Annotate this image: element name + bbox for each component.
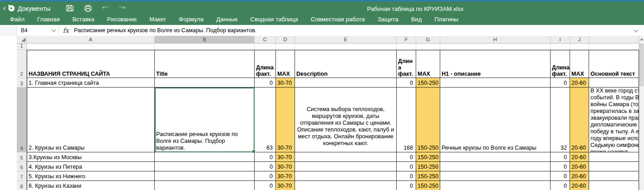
cell-I5[interactable]: 0 [551, 152, 570, 162]
cell-C3[interactable]: 0 [255, 78, 276, 88]
fill-handle[interactable] [252, 150, 256, 153]
cell-I2[interactable]: Длина факт. [551, 50, 570, 78]
cell-E3[interactable] [295, 78, 397, 88]
cell-C5[interactable]: 0 [255, 152, 276, 162]
menu-item-Формула[interactable]: Формула [172, 16, 210, 23]
scrollbar-thumb[interactable] [639, 44, 644, 86]
row-header-5[interactable]: 5 [17, 152, 27, 162]
cell-J3[interactable]: 20-60 [570, 78, 589, 88]
cell-B8[interactable] [155, 181, 255, 190]
row-header-8[interactable]: 8 [17, 181, 27, 190]
cell-K8[interactable] [589, 181, 639, 190]
cell-G2[interactable]: MAX [416, 50, 440, 78]
menu-item-Совместная работа[interactable]: Совместная работа [305, 16, 371, 23]
cell-E7[interactable] [295, 171, 397, 181]
cell-B7[interactable] [155, 171, 255, 181]
cell-A4[interactable]: 2. Круизы из Самары [27, 88, 155, 152]
cell-D6[interactable]: 30-70 [276, 162, 295, 171]
cell-H2[interactable]: H1 - описание [440, 50, 551, 78]
cell-C2[interactable]: Длина факт. [255, 50, 276, 78]
column-header-B[interactable]: B [155, 36, 255, 44]
column-header-F[interactable]: F [397, 36, 416, 44]
row-header-6[interactable]: 6 [17, 162, 27, 171]
menu-item-Данные[interactable]: Данные [210, 16, 244, 23]
cell-C7[interactable]: 0 [255, 171, 276, 181]
column-header-A[interactable]: A [27, 36, 155, 44]
cell-B6[interactable] [155, 162, 255, 171]
column-header-E[interactable]: E [295, 36, 397, 44]
cell-H4[interactable]: Речные круизы по Волге из Самары [440, 88, 551, 152]
cell-G6[interactable]: 150-250 [416, 162, 440, 171]
cell-A8[interactable]: 6. Круизы из Казани [27, 181, 155, 190]
cell-B5[interactable] [155, 152, 255, 162]
back-chevron-icon[interactable]: ‹ [3, 5, 6, 12]
cell-D5[interactable]: 30-70 [276, 152, 295, 162]
cell-C8[interactable]: 0 [255, 181, 276, 190]
row-header-2[interactable]: 2 [17, 50, 27, 78]
cell-G4[interactable]: 150-250 [416, 88, 440, 152]
cell-I6[interactable]: 0 [551, 162, 570, 171]
cell-J2[interactable]: MAX [570, 50, 589, 78]
cell-C6[interactable]: 0 [255, 162, 276, 171]
cell-B2[interactable]: Title [155, 50, 255, 78]
scroll-up-icon[interactable] [640, 38, 644, 40]
cell-I3[interactable]: 0 [551, 78, 570, 88]
cell-J6[interactable]: 20-60 [570, 162, 589, 171]
app-logo-icon[interactable] [7, 4, 15, 12]
cell-H7[interactable] [440, 171, 551, 181]
cell-E5[interactable] [295, 152, 397, 162]
cell-F6[interactable]: 0 [397, 162, 416, 171]
cell-D7[interactable]: 30-70 [276, 171, 295, 181]
cell-A3[interactable]: 1. Главная страница сайта [27, 78, 155, 88]
cell-K6[interactable] [589, 162, 639, 171]
cell-A6[interactable]: 4. Круизы из Питера [27, 162, 155, 171]
column-header-C[interactable]: C [255, 36, 276, 44]
cell-I8[interactable]: 0 [551, 181, 570, 190]
redo-icon[interactable] [118, 5, 126, 12]
cell-I7[interactable]: 0 [551, 171, 570, 181]
cell-E6[interactable] [295, 162, 397, 171]
menu-item-Главная[interactable]: Главная [31, 16, 66, 23]
cell-I4[interactable]: 32 [551, 88, 570, 152]
undo-icon[interactable] [101, 5, 109, 12]
menu-item-Плагины[interactable]: Плагины [428, 16, 465, 23]
cell-F8[interactable]: 0 [397, 181, 416, 190]
menu-item-Файл[interactable]: Файл [4, 16, 31, 23]
column-header-J[interactable]: J [570, 36, 589, 44]
print-icon[interactable] [84, 5, 92, 12]
menu-item-Вставка[interactable]: Вставка [66, 16, 100, 23]
cell-J5[interactable]: 20-60 [570, 152, 589, 162]
row-header-1[interactable]: 1 [17, 44, 27, 50]
cell-F3[interactable]: 0 [397, 78, 416, 88]
cell-F4[interactable]: 168 [397, 88, 416, 152]
cell-H5[interactable] [440, 152, 551, 162]
cell-G7[interactable]: 150-250 [416, 171, 440, 181]
cell-K3[interactable] [589, 78, 639, 88]
select-all-corner[interactable] [17, 36, 27, 44]
column-header-K[interactable] [589, 36, 639, 44]
save-icon[interactable] [66, 5, 74, 12]
cell-K7[interactable] [589, 171, 639, 181]
cell-H8[interactable] [440, 181, 551, 190]
cell-G5[interactable]: 150-250 [416, 152, 440, 162]
cell-E8[interactable] [295, 181, 397, 190]
cell-J8[interactable]: 20-60 [570, 181, 589, 190]
cell-D2[interactable]: MAX [276, 50, 295, 78]
cell-H6[interactable] [440, 162, 551, 171]
formula-input[interactable]: Расписание речных круизов по Волге из Са… [74, 25, 628, 36]
cell-J4[interactable]: 20-60 [570, 88, 589, 152]
cell-H3[interactable] [440, 78, 551, 88]
column-header-D[interactable]: D [276, 36, 295, 44]
cell-E2[interactable]: Description [295, 50, 397, 78]
cell-A7[interactable]: 5. Круизы из Нижнего [27, 171, 155, 181]
cell-D4[interactable]: 30-70 [276, 88, 295, 152]
cell-F2[interactable]: Длин а факт. [397, 50, 416, 78]
cell-G3[interactable]: 150-250 [416, 78, 440, 88]
cell-D8[interactable]: 30-70 [276, 181, 295, 190]
cell-K5[interactable] [589, 152, 639, 162]
cell-B3[interactable] [155, 78, 255, 88]
column-header-G[interactable]: G [416, 36, 440, 44]
fx-icon[interactable]: fx [60, 25, 72, 35]
column-header-H[interactable]: H [440, 36, 551, 44]
menu-item-Защита[interactable]: Защита [371, 16, 405, 23]
